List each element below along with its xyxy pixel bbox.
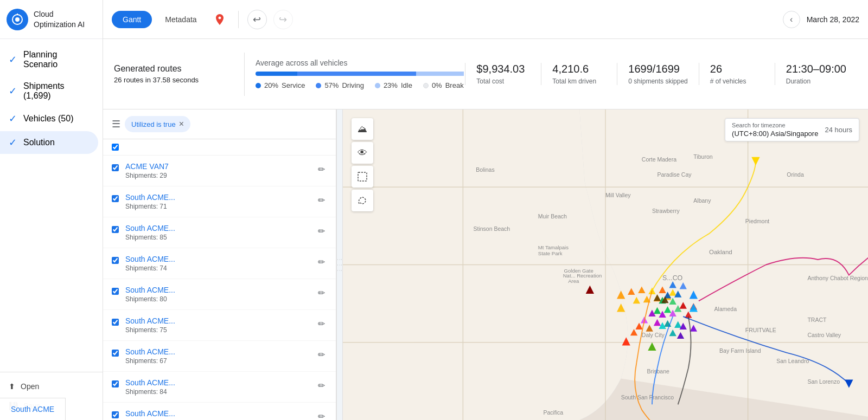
vehicle-name: ACME VAN7	[125, 162, 311, 171]
break-label: Break	[445, 81, 464, 89]
vehicle-checkbox[interactable]	[112, 226, 119, 233]
check-icon: ✓	[9, 113, 17, 125]
avg-section: Average across all vehicles 20% Service …	[256, 59, 465, 89]
list-item[interactable]: South ACME... Shipments: 75 ✏	[103, 310, 336, 341]
vehicle-checkbox[interactable]	[112, 380, 119, 387]
check-icon: ✓	[9, 85, 17, 97]
total-cost-label: Total cost	[476, 77, 530, 85]
panel-resizer[interactable]: ⋮⋮⋮	[336, 109, 343, 420]
timezone-value: (UTC+8:00) Asia/Singapore	[732, 130, 818, 138]
total-km-value: 4,210.6	[552, 63, 606, 75]
avg-labels: 20% Service 57% Driving 23% Idle 0% Brea…	[256, 81, 465, 89]
list-item[interactable]: South ACME... Shipments: 84 ✏	[103, 372, 336, 403]
vehicle-checkbox[interactable]	[112, 195, 119, 202]
vehicle-shipments: Shipments: 74	[125, 264, 311, 272]
service-pct: 20%	[264, 81, 278, 89]
stat-divider	[244, 53, 245, 96]
date-label: March 28, 2022	[807, 15, 859, 24]
filter-icon[interactable]: ☰	[112, 118, 120, 130]
svg-text:Strawberry: Strawberry	[652, 208, 680, 214]
vehicle-info: South ACME... Shipments: 85	[125, 224, 311, 241]
gantt-button[interactable]: Gantt	[112, 11, 152, 28]
vehicles-stat: 26 # of vehicles	[699, 63, 775, 85]
redo-button[interactable]: ↪	[273, 10, 293, 29]
vehicle-shipments: Shipments: 71	[125, 203, 311, 210]
vehicle-shipments: Shipments: 80	[125, 295, 311, 303]
svg-text:Corte Madera: Corte Madera	[642, 156, 676, 163]
vehicle-checkbox[interactable]	[112, 350, 119, 357]
vehicle-panel: ☰ Utilized is true × ACME VAN7 Shipments…	[103, 109, 336, 420]
select-all-checkbox[interactable]	[112, 144, 119, 151]
vehicle-name: South ACME...	[125, 286, 311, 294]
vehicle-checkbox[interactable]	[112, 164, 119, 171]
edit-icon[interactable]: ✏	[316, 378, 327, 393]
edit-icon[interactable]: ✏	[316, 255, 327, 269]
vehicle-name: South ACME...	[125, 193, 311, 202]
edit-icon[interactable]: ✏	[316, 162, 327, 177]
vehicle-info: South ACME... Shipments: ...	[125, 409, 311, 420]
satellite-view-button[interactable]: ⛰	[352, 118, 373, 140]
edit-icon[interactable]: ✏	[316, 193, 327, 208]
vehicle-info: South ACME... Shipments: 74	[125, 255, 311, 272]
generated-routes-title: Generated routes	[114, 64, 233, 74]
check-icon: ✓	[9, 54, 17, 66]
chevron-left-button[interactable]: ‹	[783, 11, 800, 28]
vehicle-name: South ACME...	[125, 255, 311, 263]
filter-chip[interactable]: Utilized is true ×	[125, 116, 190, 132]
svg-text:Bolinas: Bolinas	[476, 166, 494, 173]
idle-bar	[416, 72, 464, 76]
map-area[interactable]: ⛰ 👁 Search for timezone (UTC+8:00)	[343, 109, 868, 420]
svg-text:San Lorenzo: San Lorenzo	[807, 378, 840, 385]
edit-icon[interactable]: ✏	[316, 286, 327, 300]
break-dot	[423, 83, 429, 88]
lasso-select-button[interactable]	[352, 190, 373, 211]
vehicles-value: 26	[710, 63, 764, 75]
duration-stat: 21:30–09:00 Duration	[775, 63, 857, 85]
edit-icon[interactable]: ✏	[316, 224, 327, 238]
list-item[interactable]: South ACME... Shipments: 71 ✏	[103, 186, 336, 217]
sidebar-item-solution[interactable]: ✓ Solution	[0, 131, 98, 154]
list-item[interactable]: ACME VAN7 Shipments: 29 ✏	[103, 156, 336, 186]
sidebar-item-shipments[interactable]: ✓ Shipments (1,699)	[0, 76, 98, 106]
vehicle-info: ACME VAN7 Shipments: 29	[125, 162, 311, 179]
sidebar-item-vehicles[interactable]: ✓ Vehicles (50)	[0, 107, 98, 130]
select-area-button[interactable]	[352, 166, 373, 188]
vehicle-name: South ACME...	[125, 378, 311, 387]
sidebar-item-planning-scenario[interactable]: ✓ Planning Scenario	[0, 44, 98, 75]
list-item[interactable]: South ACME... Shipments: 85 ✏	[103, 217, 336, 248]
svg-point-1	[15, 17, 20, 22]
list-item[interactable]: South ACME... Shipments: 74 ✏	[103, 248, 336, 279]
generated-routes-sub: 26 routes in 37.58 seconds	[114, 76, 233, 84]
svg-text:TRACT: TRACT	[807, 316, 827, 323]
edit-icon[interactable]: ✏	[316, 316, 327, 331]
idle-dot	[375, 83, 380, 88]
open-button[interactable]: ⬆ Open	[0, 377, 103, 396]
vehicle-name: South ACME...	[125, 224, 311, 232]
vehicles-label: # of vehicles	[710, 77, 764, 85]
metadata-button[interactable]: Metadata	[158, 11, 203, 28]
undo-button[interactable]: ↩	[247, 10, 267, 29]
list-item[interactable]: South ACME... Shipments: 67 ✏	[103, 341, 336, 372]
svg-text:San Leandro: San Leandro	[776, 358, 809, 364]
idle-label: Idle	[401, 81, 412, 89]
break-label-item: 0% Break	[423, 81, 464, 89]
edit-icon[interactable]: ✏	[316, 347, 327, 362]
toggle-view-button[interactable]: 👁	[352, 142, 373, 164]
vehicle-checkbox[interactable]	[112, 411, 119, 418]
svg-text:Area: Area	[568, 278, 579, 284]
map-pin-button[interactable]	[210, 10, 229, 29]
nav-items: ✓ Planning Scenario ✓ Shipments (1,699) …	[0, 39, 103, 372]
service-bar	[256, 72, 297, 76]
timezone-bar: Search for timezone (UTC+8:00) Asia/Sing…	[725, 118, 859, 141]
vehicle-info: South ACME... Shipments: 75	[125, 316, 311, 334]
edit-icon[interactable]: ✏	[316, 409, 327, 420]
svg-text:FRUITVALE: FRUITVALE	[745, 327, 776, 333]
list-item[interactable]: South ACME... Shipments: ... ✏	[103, 403, 336, 420]
svg-text:Muir Beach: Muir Beach	[538, 213, 567, 219]
vehicle-checkbox[interactable]	[112, 257, 119, 264]
filter-chip-close[interactable]: ×	[179, 119, 184, 129]
vehicle-checkbox[interactable]	[112, 319, 119, 326]
vehicle-info: South ACME... Shipments: 84	[125, 378, 311, 396]
vehicle-checkbox[interactable]	[112, 288, 119, 295]
list-item[interactable]: South ACME... Shipments: 80 ✏	[103, 279, 336, 310]
